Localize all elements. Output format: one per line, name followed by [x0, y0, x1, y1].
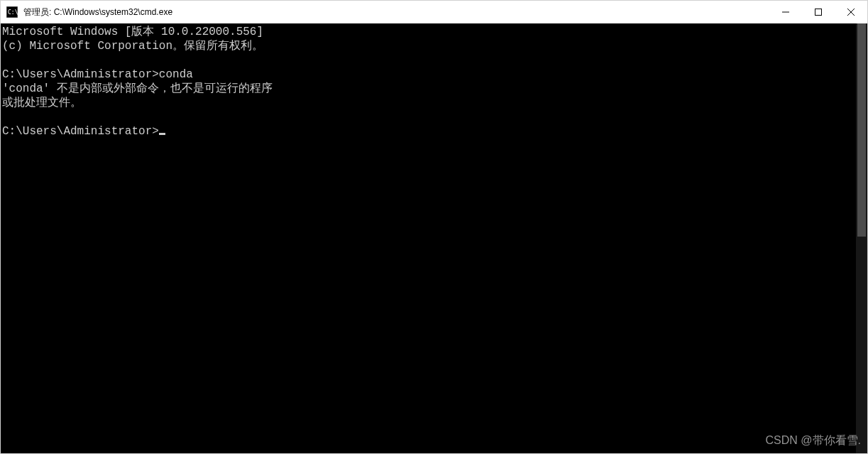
terminal-line: 或批处理文件。: [2, 96, 856, 110]
titlebar[interactable]: C:\ 管理员: C:\Windows\system32\cmd.exe: [1, 1, 867, 23]
maximize-button[interactable]: [802, 1, 835, 23]
svg-rect-3: [815, 9, 822, 16]
window-title: 管理员: C:\Windows\system32\cmd.exe: [23, 6, 769, 18]
close-button[interactable]: [835, 1, 867, 23]
cmd-icon: C:\: [6, 6, 18, 18]
terminal-area: Microsoft Windows [版本 10.0.22000.556](c)…: [1, 23, 867, 453]
scrollbar-thumb[interactable]: [857, 23, 866, 237]
terminal-line: (c) Microsoft Corporation。保留所有权利。: [2, 39, 856, 53]
terminal-line: C:\Users\Administrator>: [2, 124, 856, 139]
scrollbar-track[interactable]: [856, 23, 867, 453]
svg-text:C:\: C:\: [8, 9, 18, 16]
terminal-line: [2, 53, 856, 67]
window-controls: [769, 1, 867, 23]
terminal-line: Microsoft Windows [版本 10.0.22000.556]: [2, 25, 856, 39]
minimize-button[interactable]: [769, 1, 802, 23]
cmd-window: C:\ 管理员: C:\Windows\system32\cmd.exe Mic…: [0, 0, 868, 454]
cursor: [159, 133, 165, 135]
terminal-output[interactable]: Microsoft Windows [版本 10.0.22000.556](c)…: [1, 23, 856, 453]
terminal-line: 'conda' 不是内部或外部命令，也不是可运行的程序: [2, 82, 856, 96]
terminal-line: [2, 110, 856, 124]
terminal-line: C:\Users\Administrator>conda: [2, 67, 856, 82]
